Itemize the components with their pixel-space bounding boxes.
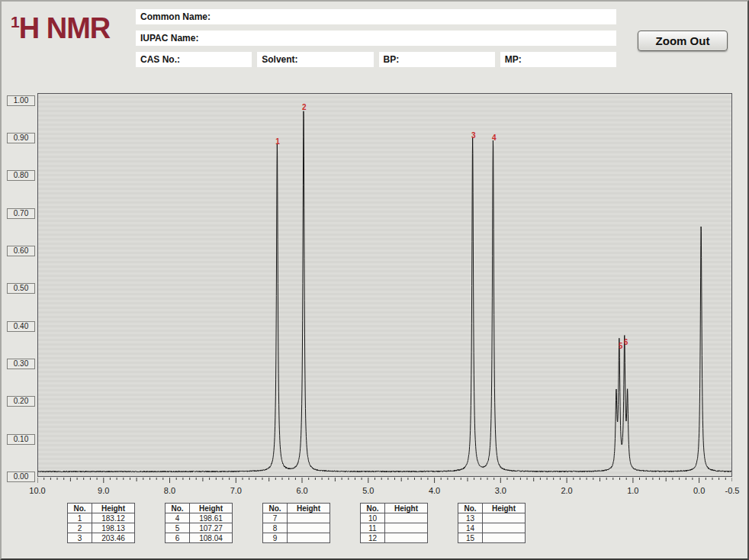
peak-table-3: No.Height789 (262, 503, 330, 543)
height-cell: 183.12 (92, 513, 135, 523)
table-row: 12 (361, 533, 428, 543)
x-axis-label: 0.0 (688, 486, 711, 495)
no-header: No. (263, 504, 288, 513)
height-cell (288, 513, 330, 523)
x-axis-ticks (37, 478, 732, 484)
y-axis-label: 0.30 (7, 359, 35, 369)
table-row: 6108.04 (166, 533, 233, 543)
no-header: No. (68, 504, 92, 513)
no-cell: 9 (263, 533, 288, 543)
height-cell: 198.61 (190, 513, 233, 523)
compound-info-fields: Common Name: IUPAC Name: CAS No.: Solven… (136, 9, 616, 67)
height-cell: 107.27 (190, 523, 233, 533)
table-header-row: No.Height (263, 504, 330, 513)
table-header-row: No.Height (361, 504, 428, 513)
spectrum-plot[interactable]: 123456 (37, 93, 732, 477)
table-row: 3203.46 (68, 533, 135, 543)
no-cell: 7 (263, 513, 288, 523)
y-axis-label: 0.50 (7, 283, 35, 294)
table-row: 13 (458, 513, 526, 523)
table-row: 7 (263, 513, 330, 523)
height-cell (483, 513, 526, 523)
spectrum-line (38, 111, 731, 472)
peak-table-2: No.Height4198.615107.276108.04 (165, 503, 233, 543)
x-axis-label: 7.0 (224, 486, 247, 495)
peak-label-2: 2 (302, 103, 307, 111)
no-cell: 15 (458, 533, 483, 543)
x-axis-label: 9.0 (92, 486, 115, 495)
y-axis-label: 0.80 (7, 170, 35, 181)
no-cell: 6 (166, 533, 190, 543)
peak-height-tables: No.Height1183.122198.133203.46No.Height4… (67, 503, 526, 543)
x-axis-label: 5.0 (357, 486, 380, 495)
no-cell: 5 (166, 523, 190, 533)
mp-field[interactable]: MP: (500, 52, 616, 67)
app-title: 1H NMR (11, 14, 110, 43)
table-header-row: No.Height (68, 504, 135, 513)
x-axis-label: 8.0 (159, 486, 182, 495)
table-row: 14 (458, 523, 526, 533)
no-cell: 1 (68, 513, 92, 523)
x-axis-label: 6.0 (291, 486, 313, 495)
y-axis-label: 0.10 (7, 434, 35, 445)
no-cell: 10 (361, 513, 385, 523)
x-axis-label: 10.0 (26, 486, 49, 495)
bp-label: BP: (384, 54, 400, 65)
height-cell (288, 533, 330, 543)
title-text: H NMR (19, 12, 111, 44)
peak-table-5: No.Height131415 (458, 503, 526, 543)
no-header: No. (361, 504, 385, 513)
no-cell: 2 (68, 523, 92, 533)
spectrum-svg (38, 94, 731, 476)
peak-label-5: 5 (619, 342, 623, 350)
solvent-label: Solvent: (262, 54, 297, 65)
y-axis-label: 0.70 (7, 208, 35, 219)
height-cell: 198.13 (92, 523, 135, 533)
height-header: Height (483, 504, 526, 513)
height-cell (385, 513, 428, 523)
x-axis-label: 4.0 (423, 486, 446, 495)
table-row: 1183.12 (68, 513, 135, 523)
peak-table-4: No.Height101112 (360, 503, 428, 543)
bp-field[interactable]: BP: (379, 52, 495, 67)
height-cell (483, 533, 526, 543)
peak-label-4: 4 (492, 134, 497, 142)
no-cell: 12 (361, 533, 385, 543)
no-cell: 8 (263, 523, 288, 533)
no-cell: 13 (458, 513, 483, 523)
common-name-field[interactable]: Common Name: (136, 9, 616, 24)
no-header: No. (458, 504, 483, 513)
table-row: 15 (458, 533, 526, 543)
y-axis-label: 0.40 (7, 321, 35, 332)
zoom-out-button[interactable]: Zoom Out (638, 31, 728, 51)
x-axis-label: 3.0 (489, 486, 512, 495)
height-cell (288, 523, 330, 533)
y-axis-label: 0.60 (7, 246, 35, 256)
table-row: 9 (263, 533, 330, 543)
cas-no-field[interactable]: CAS No.: (136, 52, 252, 67)
peak-label-3: 3 (471, 131, 476, 140)
nmr-app-window: 1H NMR Common Name: IUPAC Name: CAS No.:… (0, 0, 749, 560)
table-row: 5107.27 (166, 523, 233, 533)
solvent-field[interactable]: Solvent: (257, 52, 373, 67)
peak-table-1: No.Height1183.122198.133203.46 (67, 503, 135, 543)
iupac-name-label: IUPAC Name: (140, 33, 198, 43)
x-axis-label: 1.0 (622, 486, 645, 495)
table-row: 8 (263, 523, 330, 533)
no-header: No. (166, 504, 190, 513)
no-cell: 3 (68, 533, 92, 543)
y-axis-label: 0.00 (7, 471, 35, 482)
mp-label: MP: (505, 54, 522, 65)
table-row: 11 (361, 523, 428, 533)
cas-no-label: CAS No.: (140, 54, 180, 65)
peak-label-6: 6 (624, 338, 628, 346)
iupac-name-field[interactable]: IUPAC Name: (136, 31, 616, 46)
no-cell: 14 (458, 523, 483, 533)
height-cell: 108.04 (190, 533, 233, 543)
y-axis-label: 0.90 (7, 133, 35, 143)
common-name-label: Common Name: (140, 11, 211, 22)
height-cell: 203.46 (92, 533, 135, 543)
table-row: 10 (361, 513, 428, 523)
title-superscript: 1 (11, 13, 19, 31)
table-header-row: No.Height (166, 504, 233, 513)
